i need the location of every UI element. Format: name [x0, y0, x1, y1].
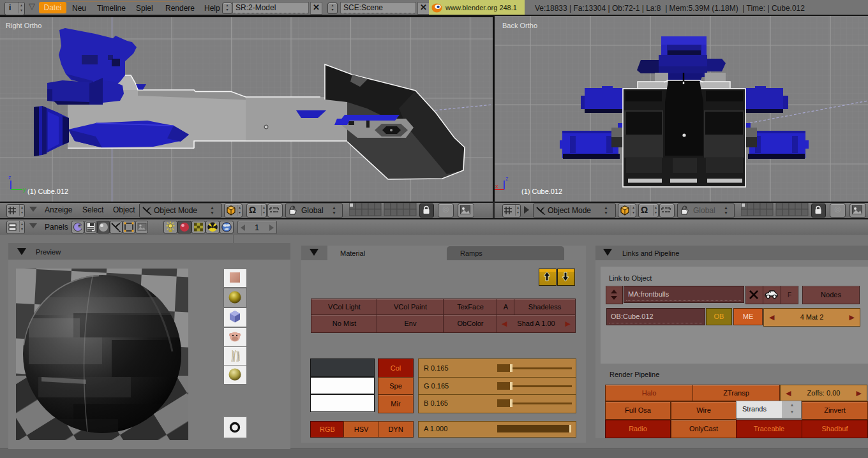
svg-text:x: x	[495, 183, 498, 189]
svg-text:y: y	[23, 186, 26, 193]
svg-text:Right Ortho: Right Ortho	[6, 22, 41, 29]
svg-text:(1) Cube.012: (1) Cube.012	[27, 188, 68, 195]
svg-text:Back Ortho: Back Ortho	[502, 22, 537, 29]
svg-text:z: z	[8, 174, 11, 181]
svg-text:z: z	[505, 175, 509, 182]
svg-text:(1) Cube.012: (1) Cube.012	[521, 188, 562, 195]
